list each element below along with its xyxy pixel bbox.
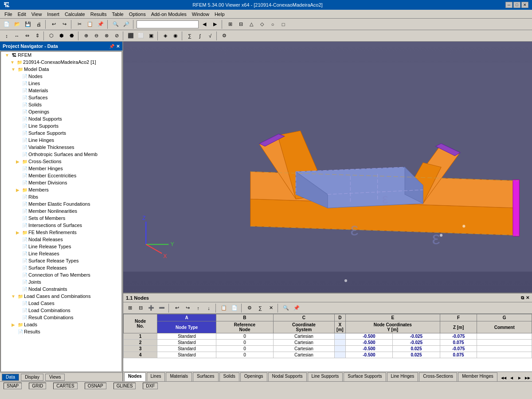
zoom-in-btn[interactable]: 🔍	[111, 20, 121, 29]
tab-nodal-supports[interactable]: Nodal Supports	[268, 372, 307, 381]
paste-btn[interactable]: 📌	[96, 20, 106, 29]
tree-item-sets-of-members[interactable]: 📄Sets of Members	[1, 215, 121, 222]
tab-surfaces[interactable]: Surfaces	[193, 372, 218, 381]
tree-item-openings[interactable]: 📄Openings	[1, 108, 121, 115]
panel-tab-display[interactable]: Display	[21, 374, 43, 381]
bt-btn2[interactable]: ⊟	[136, 303, 145, 313]
tb2-btn10[interactable]: ⊗	[102, 31, 111, 41]
load-case-input[interactable]	[137, 20, 199, 28]
bt-btn4[interactable]: ➖	[157, 303, 167, 313]
menu-item-calculate[interactable]: Calculate	[62, 11, 88, 18]
bt-btn10[interactable]: 📄	[230, 303, 239, 313]
tree-item-results[interactable]: 📄Results	[1, 328, 121, 335]
bt-btn3[interactable]: ➕	[146, 303, 156, 313]
tab-member-hinges[interactable]: Member Hinges	[458, 372, 497, 381]
tb2-btn5[interactable]: ⬡	[47, 31, 56, 41]
zoom-out-btn[interactable]: 🔎	[121, 20, 131, 29]
tree-item-result-combinations[interactable]: 📄Result Combinations	[1, 314, 121, 321]
tab-materials[interactable]: Materials	[166, 372, 192, 381]
tb2-btn12[interactable]: ⬛	[126, 31, 136, 41]
menu-item-add-on-modules[interactable]: Add-on Modules	[149, 11, 189, 18]
tb2-btn14[interactable]: ▣	[146, 31, 156, 41]
tree-item-fe-mesh-refinements[interactable]: ▶📁FE Mesh Refinements	[1, 229, 121, 236]
tree-item-solids[interactable]: 📄Solids	[1, 101, 121, 108]
bt-btn12[interactable]: ∑	[255, 303, 265, 313]
copy-btn[interactable]: 📋	[85, 20, 95, 29]
tree-item-member-elastic-foundations[interactable]: 📄Member Elastic Foundations	[1, 200, 121, 207]
open-btn[interactable]: 📂	[12, 20, 22, 29]
maximize-btn[interactable]: □	[513, 2, 520, 8]
close-btn[interactable]: ✕	[521, 2, 528, 8]
tree-item-load-combinations[interactable]: 📄Load Combinations	[1, 307, 121, 314]
tab-line-supports[interactable]: Line Supports	[308, 372, 343, 381]
viewport[interactable]: ε ε ε Z Y X	[123, 42, 532, 293]
tb2-btn3[interactable]: ⇔	[22, 31, 32, 41]
tree-item-line-release-types[interactable]: 📄Line Release Types	[1, 243, 121, 250]
table-row[interactable]: 4 Standard 0 Cartesian -0.500 0.025 0.07…	[124, 352, 532, 358]
tab-nav-btn[interactable]: ◀	[508, 374, 515, 381]
undo-btn[interactable]: ↩	[49, 20, 59, 29]
menu-item-help[interactable]: Help	[212, 11, 227, 18]
minimize-btn[interactable]: ─	[505, 2, 512, 8]
bt-btn9[interactable]: 📋	[219, 303, 229, 313]
nav-back-btn[interactable]: ◀	[200, 20, 209, 29]
tree-item-surface-release-types[interactable]: 📄Surface Release Types	[1, 257, 121, 264]
tb2-btn8[interactable]: ⊕	[81, 31, 91, 41]
print-btn[interactable]: 🖨	[34, 20, 43, 29]
bt-btn13[interactable]: ✕	[266, 303, 276, 313]
tree-item-members[interactable]: ▶📁Members	[1, 186, 121, 193]
tb2-btn13[interactable]: ⬜	[136, 31, 146, 41]
menu-item-options[interactable]: Options	[126, 11, 149, 18]
tree-item-line-hinges[interactable]: 📄Line Hinges	[1, 137, 121, 144]
tb2-btn17[interactable]: ∑	[185, 31, 195, 41]
bt-btn8[interactable]: ↓	[204, 303, 214, 313]
panel-tab-views[interactable]: Views	[45, 374, 65, 381]
menu-item-results[interactable]: Results	[88, 11, 110, 18]
float-btn[interactable]: ⧉	[521, 295, 524, 301]
bt-btn6[interactable]: ↪	[183, 303, 192, 313]
close-bottom-btn[interactable]: ✕	[526, 295, 529, 301]
tree-item-surfaces[interactable]: 📄Surfaces	[1, 94, 121, 101]
status-dxf[interactable]: DXF	[143, 383, 158, 389]
tb2-btn6[interactable]: ⬢	[57, 31, 66, 41]
tb2-btn16[interactable]: ◉	[171, 31, 180, 41]
menu-item-window[interactable]: Window	[189, 11, 212, 18]
pin-btn[interactable]: 📌	[109, 44, 114, 49]
tb2-btn2[interactable]: ↔	[12, 31, 22, 41]
table-row[interactable]: 2 Standard 0 Cartesian -0.500 -0.025 0.0…	[124, 340, 532, 346]
tree-item-surface-supports[interactable]: 📄Surface Supports	[1, 129, 121, 137]
tree-project[interactable]: ▼ 📁 210914-ConexaoMadeiraAco2 [1]	[1, 59, 121, 66]
view-btn2[interactable]: ⊟	[236, 20, 246, 29]
tab-solids[interactable]: Solids	[219, 372, 239, 381]
tree-item-materials[interactable]: 📄Materials	[1, 87, 121, 94]
tb2-btn19[interactable]: √	[205, 31, 215, 41]
tb2-btn9[interactable]: ⊖	[91, 31, 101, 41]
tree-item-lines[interactable]: 📄Lines	[1, 80, 121, 87]
tb2-btn20[interactable]: ⚙	[219, 31, 229, 41]
table-row[interactable]: 3 Standard 0 Cartesian -0.500 0.025 -0.0…	[124, 346, 532, 352]
table-container[interactable]: NodeNo. A B C D E F G Node Type Referenc…	[123, 314, 532, 372]
tb2-btn1[interactable]: ↕	[2, 31, 12, 41]
tree-item-nodal-constraints[interactable]: 📄Nodal Constraints	[1, 286, 121, 293]
tree-item-member-divisions[interactable]: 📄Member Divisions	[1, 179, 121, 186]
tb2-btn11[interactable]: ⊘	[112, 31, 121, 41]
bt-btn7[interactable]: ↑	[193, 303, 203, 313]
bt-btn5[interactable]: ↩	[172, 303, 182, 313]
tab-nav-left[interactable]: ◀◀◀▶▶▶	[500, 374, 531, 381]
view-btn6[interactable]: □	[278, 20, 288, 29]
tab-nav-btn[interactable]: ▶	[516, 374, 523, 381]
tree-item-connection-of-two-members[interactable]: 📄Connection of Two Members	[1, 271, 121, 278]
tree-item-line-supports[interactable]: 📄Line Supports	[1, 122, 121, 129]
tab-nav-btn[interactable]: ▶▶	[524, 374, 531, 381]
status-osnap[interactable]: OSNAP	[85, 383, 106, 389]
tab-lines[interactable]: Lines	[147, 372, 165, 381]
tree-item-model-data[interactable]: ▼📁Model Data	[1, 66, 121, 73]
new-btn[interactable]: 📄	[2, 20, 12, 29]
save-btn[interactable]: 💾	[23, 20, 33, 29]
panel-tab-data[interactable]: Data	[2, 374, 19, 381]
tree-item-load-cases-and-combinations[interactable]: ▼📁Load Cases and Combinations	[1, 293, 121, 300]
menu-item-file[interactable]: File	[2, 11, 15, 18]
tb2-btn18[interactable]: ∫	[195, 31, 205, 41]
bt-btn15[interactable]: 📌	[292, 303, 301, 313]
tree-item-orthotropic-surfaces-and-memb[interactable]: 📄Orthotropic Surfaces and Memb	[1, 151, 121, 158]
